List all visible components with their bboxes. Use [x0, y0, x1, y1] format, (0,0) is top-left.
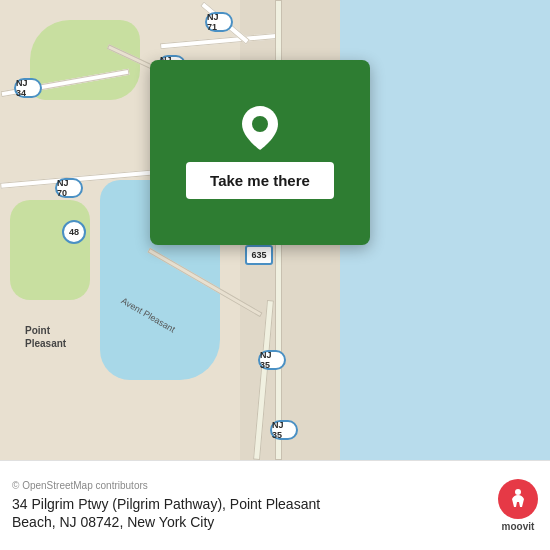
- point-pleasant-label: PointPleasant: [25, 324, 66, 350]
- svg-point-1: [515, 489, 521, 495]
- route-badge-nj71-top: NJ 71: [205, 12, 233, 32]
- address-text: 34 Pilgrim Ptwy (Pilgrim Pathway), Point…: [12, 495, 486, 531]
- moovit-icon: [498, 479, 538, 519]
- route-badge-nj35-bottom: NJ 35: [270, 420, 298, 440]
- moovit-label: moovit: [502, 521, 535, 532]
- location-pin-icon: [242, 106, 278, 150]
- route-badge-635: 635: [245, 245, 273, 265]
- route-badge-nj34: NJ 34: [14, 78, 42, 98]
- map-container: NJ 71 NJ 71 NJ 35 NJ 34 NJ 70 48 635 NJ …: [0, 0, 550, 460]
- take-me-there-button[interactable]: Take me there: [186, 162, 334, 199]
- route-badge-nj70: NJ 70: [55, 178, 83, 198]
- info-bar: © OpenStreetMap contributors 34 Pilgrim …: [0, 460, 550, 550]
- info-text-block: © OpenStreetMap contributors 34 Pilgrim …: [12, 480, 486, 531]
- popup-overlay: Take me there: [150, 60, 370, 245]
- ocean: [340, 0, 550, 460]
- copyright-text: © OpenStreetMap contributors: [12, 480, 486, 491]
- route-badge-nj35-lower: NJ 35: [258, 350, 286, 370]
- route-badge-48: 48: [62, 220, 86, 244]
- moovit-logo: moovit: [498, 479, 538, 532]
- svg-point-0: [252, 116, 268, 132]
- park-area-2: [10, 200, 90, 300]
